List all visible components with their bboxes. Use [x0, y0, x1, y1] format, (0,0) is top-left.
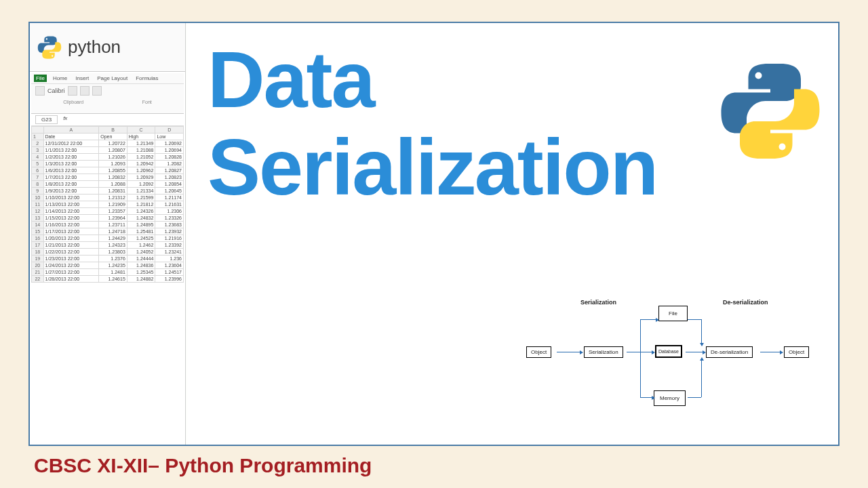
cell-date: 1/3/2013 22:00	[43, 161, 99, 167]
table-row: 101/10/2013 22:001.213121.215991.21174	[32, 195, 184, 201]
cell-date: 1/9/2013 22:00	[43, 188, 99, 195]
cell-low: 1.20694	[155, 147, 184, 154]
cell-date: 12/31/2012 22:00	[43, 140, 99, 147]
box-deserialization: De-serialization	[706, 346, 753, 358]
cell-low: 1.2082	[155, 161, 184, 167]
cell-date: 1/17/2013 22:00	[43, 228, 99, 235]
main-area: Data Serialization Serialization De-seri…	[187, 23, 838, 445]
python-label: python	[68, 37, 121, 58]
cell-low: 1.20854	[155, 181, 184, 188]
cell-open: 1.23964	[99, 215, 127, 222]
cell-open: 1.20807	[99, 147, 127, 154]
row-num: 9	[32, 188, 44, 195]
arrow-2	[627, 352, 652, 352]
table-row: 31/1/2013 22:001.208071.210881.20694	[32, 147, 184, 154]
excel-tabs: File Home Insert Page Layout Formulas	[31, 73, 184, 84]
footer-bar: CBSC XI-XII– Python Programming	[28, 449, 840, 483]
cell-date: 1/7/2013 22:00	[43, 174, 99, 181]
line-from-memory	[688, 397, 701, 398]
excel-fx-label: fx	[63, 115, 67, 124]
cell-high: 1.21812	[127, 201, 155, 208]
table-row: 61/6/2013 22:001.208551.209621.20827	[32, 167, 184, 174]
excel-grid: A B C D 1 Date Open High Low 212/31/2012…	[31, 126, 184, 283]
label-deserialization: De-serialization	[723, 299, 768, 306]
cell-date: 1/13/2013 22:00	[43, 201, 99, 208]
arrow-3	[686, 352, 703, 352]
excel-toolbar: Calibri	[31, 84, 184, 98]
cell-open: 1.20722	[99, 140, 127, 147]
cell-open: 1.20855	[99, 167, 127, 174]
col-a: A	[43, 127, 99, 134]
row-num: 21	[32, 269, 44, 276]
hdr-low: Low	[155, 134, 184, 140]
cell-high: 1.2092	[127, 181, 155, 188]
footer-text: CBSC XI-XII– Python Programming	[34, 454, 372, 477]
cell-date: 1/2/2013 22:00	[43, 154, 99, 161]
row-num: 14	[32, 222, 44, 228]
line-up-left	[640, 319, 641, 352]
cell-low: 1.24517	[155, 269, 184, 276]
left-panel: python File Home Insert Page Layout Form…	[30, 23, 186, 445]
cell-date: 1/10/2013 22:00	[43, 195, 99, 201]
cell-high: 1.24895	[127, 222, 155, 228]
cell-high: 1.25345	[127, 269, 155, 276]
paste-icon	[35, 86, 45, 96]
cell-open: 1.2088	[99, 181, 127, 188]
box-object-left: Object	[526, 346, 551, 358]
row-num: 7	[32, 174, 44, 181]
cell-open: 1.23711	[99, 222, 127, 228]
cell-low: 1.23326	[155, 215, 184, 222]
table-row: 91/9/2013 22:001.208311.213341.20645	[32, 188, 184, 195]
italic-icon	[80, 86, 90, 96]
hdr-high: High	[127, 134, 155, 140]
cell-high: 1.21349	[127, 140, 155, 147]
line-down-left	[640, 352, 641, 397]
cell-open: 1.23803	[99, 249, 127, 256]
cell-open: 1.2481	[99, 269, 127, 276]
excel-section-clipboard: Clipboard	[63, 100, 83, 104]
slide-frame: python File Home Insert Page Layout Form…	[28, 22, 840, 446]
cell-open: 1.21909	[99, 201, 127, 208]
cell-open: 1.20832	[99, 174, 127, 181]
table-row: 191/23/2013 22:001.23761.244441.236	[32, 256, 184, 262]
cell-low: 1.20692	[155, 140, 184, 147]
python-logo-large	[716, 57, 825, 165]
excel-namebox: G23	[35, 115, 58, 124]
box-database: Database	[655, 345, 682, 358]
hdr-open: Open	[99, 134, 127, 140]
box-file: File	[658, 306, 688, 321]
excel-font-name: Calibri	[47, 87, 65, 94]
table-row: 51/3/2013 22:001.20931.209421.2082	[32, 161, 184, 167]
cell-high: 1.25481	[127, 228, 155, 235]
cell-open: 1.2376	[99, 256, 127, 262]
cell-date: 1/20/2013 22:00	[43, 235, 99, 242]
cell-date: 1/21/2013 22:00	[43, 242, 99, 249]
cell-open: 1.21026	[99, 154, 127, 161]
cell-open: 1.24718	[99, 228, 127, 235]
cell-low: 1.20827	[155, 167, 184, 174]
cell-date: 1/22/2013 22:00	[43, 249, 99, 256]
python-logo-header: python	[30, 23, 185, 72]
cell-high: 1.24882	[127, 276, 155, 283]
table-row: 131/15/2013 22:001.239641.248321.23326	[32, 215, 184, 222]
cell-high: 1.21599	[127, 195, 155, 201]
serialization-diagram: Serialization De-serialization Object Se…	[519, 282, 825, 424]
table-row: 81/8/2013 22:001.20881.20921.20854	[32, 181, 184, 188]
line-up-right	[701, 360, 702, 397]
row-num: 20	[32, 262, 44, 269]
row-num: 12	[32, 208, 44, 215]
cell-open: 1.24429	[99, 235, 127, 242]
row-num: 8	[32, 181, 44, 188]
table-row: 111/13/2013 22:001.219091.218121.21631	[32, 201, 184, 208]
cell-low: 1.21631	[155, 201, 184, 208]
excel-ribbon: File Home Insert Page Layout Formulas Ca…	[31, 73, 184, 114]
cell-low: 1.23996	[155, 276, 184, 283]
main-title: Data Serialization	[208, 37, 657, 211]
row-num: 3	[32, 147, 44, 154]
cell-low: 1.23604	[155, 262, 184, 269]
line-from-file	[688, 319, 701, 320]
cell-date: 1/15/2013 22:00	[43, 215, 99, 222]
cell-low: 1.20823	[155, 174, 184, 181]
row-num: 15	[32, 228, 44, 235]
table-row: 71/7/2013 22:001.208321.209291.20823	[32, 174, 184, 181]
